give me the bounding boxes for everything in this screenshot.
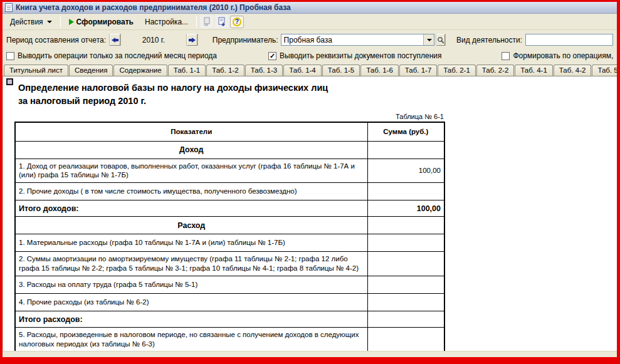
- arrow-left-icon: [112, 38, 118, 43]
- report-content: Определение налоговой базы по налогу на …: [3, 76, 617, 351]
- tab-содержание[interactable]: Содержание: [113, 65, 167, 76]
- table-header-row: Показатели Сумма (руб.): [15, 122, 444, 141]
- settings-label: Настройка...: [145, 18, 188, 26]
- section-marker-icon[interactable]: [6, 78, 13, 85]
- table-row: 5. Расходы, произведенные в налоговом пе…: [15, 328, 444, 351]
- generate-button[interactable]: Сформировать: [64, 15, 139, 28]
- row-label: 2. Прочие доходы ( в том числе стоимость…: [15, 183, 367, 200]
- save-document-icon[interactable]: [215, 15, 229, 28]
- tab-таб-1-6[interactable]: Таб. 1-6: [360, 65, 399, 76]
- chevron-down-icon: [47, 21, 52, 23]
- report-title-line1: Определение налоговой базы по налогу на …: [18, 81, 617, 95]
- actions-menu-button[interactable]: Действия: [5, 15, 57, 28]
- filter-row-checkboxes: Выводить операции только за последний ме…: [6, 51, 613, 60]
- window-titlebar: Книга учета доходов и расходов предприни…: [3, 2, 617, 14]
- search-icon: [437, 36, 444, 44]
- row-label: 3. Расходы на оплату труда (графа 5 табл…: [15, 276, 367, 294]
- row-label: Доход: [15, 141, 367, 159]
- tab-таб-2-1[interactable]: Таб. 2-1: [438, 65, 476, 76]
- help-button[interactable]: ?: [230, 16, 244, 28]
- sheet-tabbar: Титульный листСведенияСодержаниеТаб. 1-1…: [3, 63, 617, 76]
- row-label: Итого доходов:: [15, 200, 367, 217]
- filter-panel: Период составления отчета: 2010 г. Предп…: [3, 30, 617, 63]
- checkbox-by-operations-label: Формировать по операциям, обл: [513, 51, 613, 60]
- row-value: [367, 183, 444, 200]
- tab-таб-1-1[interactable]: Таб. 1-1: [168, 65, 206, 76]
- checkbox-receipt-details-label: Выводить реквизиты документов поступлени…: [280, 51, 441, 60]
- checkbox-icon: [6, 52, 14, 60]
- row-label: 2. Суммы амортизации по амортизируемому …: [15, 252, 367, 276]
- report-title: Определение налоговой базы по налогу на …: [18, 81, 617, 108]
- tab-таб-2-2[interactable]: Таб. 2-2: [476, 65, 515, 76]
- combo-dropdown-icon[interactable]: [423, 34, 434, 45]
- row-label: 4. Прочие расходы (из таблицы № 6-2): [15, 294, 367, 311]
- checkbox-last-month-label: Выводить операции только за последний ме…: [18, 51, 217, 60]
- row-value: [367, 217, 444, 234]
- row-value: [367, 328, 444, 351]
- column-header-sum: Сумма (руб.): [367, 122, 444, 141]
- row-value: [367, 311, 444, 328]
- entrepreneur-label: Предприниматель:: [213, 36, 278, 44]
- tab-таб-1-5[interactable]: Таб. 1-5: [322, 65, 360, 76]
- row-label: 1. Доход от реализации товаров, выполнен…: [15, 159, 367, 183]
- toolbar-separator: [60, 16, 61, 28]
- generate-label: Сформировать: [76, 18, 134, 26]
- tab-таб-1-7[interactable]: Таб. 1-7: [399, 65, 438, 76]
- report-title-line2: за налоговый период 2010 г.: [18, 95, 617, 108]
- row-value: 100,00: [367, 200, 444, 217]
- bottom-strip: [3, 351, 617, 355]
- row-label: 5. Расходы, произведенные в налоговом пе…: [15, 328, 367, 351]
- window-title: Книга учета доходов и расходов предприни…: [16, 3, 291, 12]
- column-header-indicators: Показатели: [15, 122, 367, 141]
- table-row: 2. Суммы амортизации по амортизируемому …: [15, 252, 444, 276]
- period-label: Период составления отчета:: [6, 36, 106, 44]
- tab-таб-1-3[interactable]: Таб. 1-3: [245, 65, 283, 76]
- activity-input[interactable]: [525, 34, 613, 46]
- new-document-icon[interactable]: [200, 15, 214, 28]
- entrepreneur-search-button[interactable]: [436, 34, 445, 46]
- row-label: 1. Материальные расходы (графа 10 таблиц…: [15, 234, 367, 252]
- entrepreneur-value: Пробная база: [281, 36, 423, 44]
- prev-period-button[interactable]: [110, 34, 120, 46]
- checkbox-icon: ✓: [268, 52, 276, 60]
- filter-row-period: Период составления отчета: 2010 г. Предп…: [6, 34, 613, 46]
- checkbox-last-month[interactable]: Выводить операции только за последний ме…: [6, 51, 217, 60]
- play-icon: [69, 19, 74, 25]
- sheet-arrow-icon: [217, 17, 227, 27]
- period-value: 2010 г.: [122, 36, 186, 44]
- row-value: [367, 294, 444, 311]
- tab-таб-1-2[interactable]: Таб. 1-2: [206, 65, 244, 76]
- sheet-copy-icon: [202, 17, 212, 27]
- toolbar-separator: [196, 16, 197, 28]
- tab-титульный-лист[interactable]: Титульный лист: [4, 65, 68, 76]
- settings-button[interactable]: Настройка...: [140, 15, 193, 28]
- row-label: Расход: [15, 217, 367, 234]
- tab-таб-4-1[interactable]: Таб. 4-1: [515, 65, 553, 76]
- table-row: Итого доходов:100,00: [15, 200, 444, 217]
- report-window: Книга учета доходов и расходов предприни…: [0, 0, 620, 364]
- checkbox-icon: [502, 52, 510, 60]
- table-row: Расход: [15, 217, 444, 234]
- activity-label: Вид деятельности:: [456, 36, 522, 44]
- checkbox-receipt-details[interactable]: ✓ Выводить реквизиты документов поступле…: [268, 51, 441, 60]
- row-value: [367, 234, 444, 252]
- toolbar: Действия Сформировать Настройка...: [3, 14, 617, 30]
- row-label: Итого расходов:: [15, 311, 367, 328]
- row-value: 100,00: [367, 159, 444, 183]
- arrow-right-icon: [189, 38, 196, 43]
- tab-таб-1-4[interactable]: Таб. 1-4: [283, 65, 322, 76]
- tab-сведения[interactable]: Сведения: [69, 65, 113, 76]
- row-value: [367, 141, 444, 159]
- help-icon: ?: [233, 18, 241, 26]
- table-row: 4. Прочие расходы (из таблицы № 6-2): [15, 294, 444, 311]
- tab-таб-4-2[interactable]: Таб. 4-2: [554, 65, 592, 76]
- actions-menu-label: Действия: [10, 18, 43, 26]
- next-period-button[interactable]: [187, 34, 197, 46]
- tab-таб-5[interactable]: Таб. 5: [592, 65, 617, 76]
- table-row: 1. Материальные расходы (графа 10 таблиц…: [15, 234, 444, 252]
- entrepreneur-select[interactable]: Пробная база: [281, 34, 434, 46]
- checkbox-by-operations[interactable]: Формировать по операциям, обл: [502, 51, 613, 60]
- table-row: Доход: [15, 141, 444, 159]
- document-icon: [5, 3, 13, 12]
- table-row: 2. Прочие доходы ( в том числе стоимость…: [15, 183, 444, 200]
